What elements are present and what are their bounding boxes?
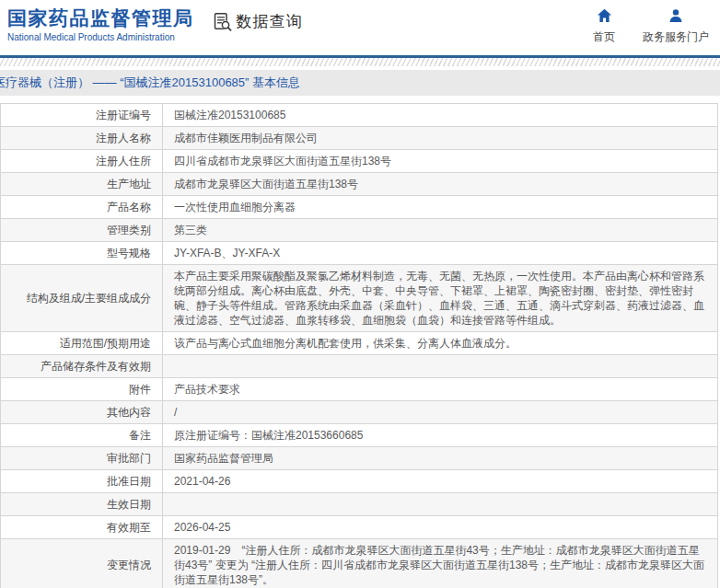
- row-label: 其他内容: [1, 401, 163, 424]
- document-search-icon: [213, 12, 233, 32]
- row-value: 原注册证编号：国械注准20153660685: [163, 424, 718, 447]
- row-value: 2026-04-25: [163, 516, 718, 539]
- row-label-text: 变更情况: [107, 559, 151, 571]
- breadcrumb: 医疗器械（注册） —— “国械注准20153100685” 基本信息: [0, 75, 300, 91]
- nav-home[interactable]: 首页: [593, 8, 615, 45]
- table-row: 有效期至2026-04-25: [1, 516, 718, 539]
- table-row: 适用范围/预期用途该产品与离心式血细胞分离机配套使用，供采集、分离人体血液成分。: [1, 332, 718, 355]
- row-label: 注册证编号: [1, 104, 163, 127]
- row-label: 附件: [1, 378, 163, 401]
- nav-portal[interactable]: 政务服务门户: [643, 8, 709, 45]
- row-value: JY-XFA-B、JY-XFA-X: [163, 242, 718, 265]
- row-value-text: 成都市龙泉驿区大面街道五星街138号: [174, 178, 358, 190]
- row-value-text: 国械注准20153100685: [174, 109, 285, 121]
- table-row: 注册人名称成都市佳颖医用制品有限公司: [1, 127, 718, 150]
- row-label: 变更情况: [1, 539, 163, 588]
- row-value: 该产品与离心式血细胞分离机配套使用，供采集、分离人体血液成分。: [163, 332, 718, 355]
- table-row: 其他内容/: [1, 401, 718, 424]
- row-value-text: JY-XFA-B、JY-XFA-X: [174, 247, 280, 259]
- table-row: 产品名称一次性使用血细胞分离器: [1, 196, 718, 219]
- info-table: 注册证编号国械注准20153100685注册人名称成都市佳颖医用制品有限公司注册…: [0, 103, 718, 588]
- row-label-text: 产品名称: [107, 201, 151, 213]
- row-value-text: 该产品与离心式血细胞分离机配套使用，供采集、分离人体血液成分。: [174, 337, 517, 350]
- row-label-text: 备注: [129, 429, 151, 442]
- row-label-text: 注册人住所: [96, 155, 151, 167]
- row-value: 成都市佳颖医用制品有限公司: [163, 127, 718, 150]
- row-value-text: 2019-01-29 “注册人住所：成都市龙泉驿区大面街道五星街43号；生产地址…: [174, 544, 704, 586]
- row-value: 产品技术要求: [163, 378, 718, 401]
- row-label-text: 产品储存条件及有效期: [41, 360, 151, 373]
- user-icon: [668, 8, 683, 27]
- table-row: 结构及组成/主要组成成分本产品主要采用聚碳酸酯及聚氯乙烯材料制造，无毒、无菌、无…: [1, 265, 718, 332]
- row-value-text: 四川省成都市龙泉驿区大面街道五星街138号: [174, 155, 391, 167]
- row-value-text: 2021-04-26: [174, 475, 230, 488]
- row-label-text: 生产地址: [107, 178, 151, 190]
- row-value: [163, 355, 718, 378]
- table-row: 注册证编号国械注准20153100685: [1, 104, 718, 127]
- table-row: 审批部门国家药品监督管理局: [1, 447, 718, 470]
- row-value-text: 国家药品监督管理局: [174, 452, 273, 465]
- row-value: /: [163, 401, 718, 424]
- row-value-text: 成都市佳颖医用制品有限公司: [174, 132, 318, 144]
- row-label: 结构及组成/主要组成成分: [1, 265, 163, 332]
- row-value: 国械注准20153100685: [163, 104, 718, 127]
- row-label-text: 适用范围/预期用途: [60, 337, 151, 350]
- row-label: 有效期至: [1, 516, 163, 539]
- nav-home-label: 首页: [593, 29, 615, 45]
- table-row: 备注原注册证编号：国械注准20153660685: [1, 424, 718, 447]
- row-value: 2021-04-26: [163, 470, 718, 493]
- row-label-text: 注册人名称: [96, 132, 151, 144]
- site-header: 国家药品监督管理局 National Medical Products Admi…: [0, 0, 720, 55]
- row-value: 四川省成都市龙泉驿区大面街道五星街138号: [163, 150, 718, 173]
- row-value: [163, 493, 718, 516]
- row-label-text: 附件: [129, 383, 151, 396]
- row-value: 本产品主要采用聚碳酸酯及聚氯乙烯材料制造，无毒、无菌、无热原，一次性使用。本产品…: [163, 265, 718, 332]
- row-label: 生产地址: [1, 173, 163, 196]
- row-label-text: 结构及组成/主要组成成分: [27, 292, 151, 305]
- row-label-text: 注册证编号: [96, 109, 151, 121]
- row-value: 国家药品监督管理局: [163, 447, 718, 470]
- row-value-text: 产品技术要求: [174, 383, 240, 396]
- row-label-text: 生效日期: [107, 498, 151, 511]
- table-row: 附件产品技术要求: [1, 378, 718, 401]
- table-row: 生产地址成都市龙泉驿区大面街道五星街138号: [1, 173, 718, 196]
- row-label: 产品名称: [1, 196, 163, 219]
- table-row: 型号规格JY-XFA-B、JY-XFA-X: [1, 242, 718, 265]
- row-value: 第三类: [163, 219, 718, 242]
- home-icon: [597, 8, 612, 27]
- hatched-band: [0, 58, 720, 66]
- table-row: 产品储存条件及有效期: [1, 355, 718, 378]
- table-row: 注册人住所四川省成都市龙泉驿区大面街道五星街138号: [1, 150, 718, 173]
- row-label: 型号规格: [1, 242, 163, 265]
- row-label: 备注: [1, 424, 163, 447]
- row-label: 适用范围/预期用途: [1, 332, 163, 355]
- row-label: 管理类别: [1, 219, 163, 242]
- row-label-text: 型号规格: [107, 247, 151, 259]
- row-label: 注册人住所: [1, 150, 163, 173]
- row-label-text: 有效期至: [107, 521, 151, 534]
- top-nav: 首页 政务服务门户: [593, 8, 709, 45]
- data-query-label: 数据查询: [237, 11, 303, 32]
- row-value-text: 第三类: [174, 224, 207, 236]
- row-label-text: 其他内容: [107, 406, 151, 419]
- org-name-zh: 国家药品监督管理局: [7, 6, 194, 30]
- table-row: 管理类别第三类: [1, 219, 718, 242]
- nmpa-logo[interactable]: 国家药品监督管理局 National Medical Products Admi…: [7, 6, 194, 43]
- row-label: 批准日期: [1, 470, 163, 493]
- row-label: 产品储存条件及有效期: [1, 355, 163, 378]
- table-row: 批准日期2021-04-26: [1, 470, 718, 493]
- row-value: 成都市龙泉驿区大面街道五星街138号: [163, 173, 718, 196]
- org-name-en: National Medical Products Administration: [7, 31, 194, 43]
- row-label: 审批部门: [1, 447, 163, 470]
- breadcrumb-bar: 医疗器械（注册） —— “国械注准20153100685” 基本信息: [0, 70, 720, 96]
- row-label: 生效日期: [1, 493, 163, 516]
- spacer: [0, 96, 720, 103]
- row-label-text: 审批部门: [107, 452, 151, 465]
- data-query-title: 数据查询: [213, 11, 303, 32]
- info-table-body: 注册证编号国械注准20153100685注册人名称成都市佳颖医用制品有限公司注册…: [1, 104, 718, 588]
- row-value: 一次性使用血细胞分离器: [163, 196, 718, 219]
- row-value: 2019-01-29 “注册人住所：成都市龙泉驿区大面街道五星街43号；生产地址…: [163, 539, 718, 588]
- row-value-text: 一次性使用血细胞分离器: [174, 201, 296, 213]
- row-label-text: 批准日期: [107, 475, 151, 488]
- row-value-text: 原注册证编号：国械注准20153660685: [174, 429, 363, 442]
